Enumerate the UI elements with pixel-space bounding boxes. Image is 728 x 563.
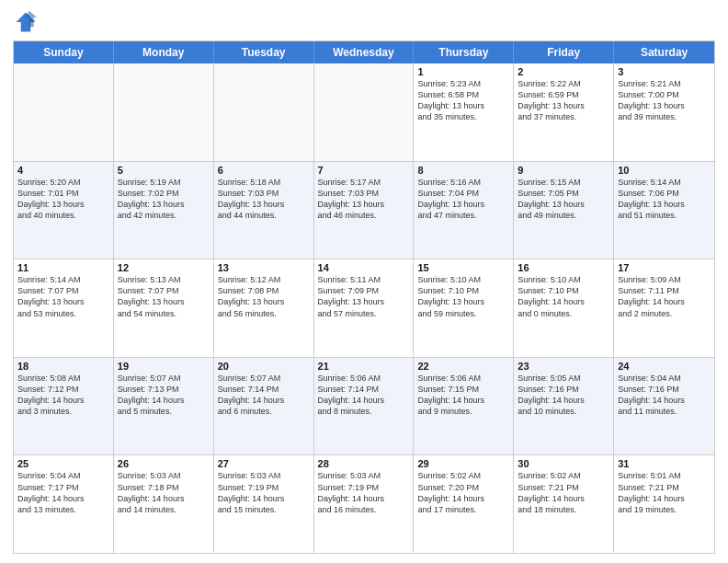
day-cell-13: 13Sunrise: 5:12 AM Sunset: 7:08 PM Dayli… [214, 259, 314, 357]
day-cell-20: 20Sunrise: 5:07 AM Sunset: 7:14 PM Dayli… [214, 358, 314, 455]
day-info: Sunrise: 5:06 AM Sunset: 7:15 PM Dayligh… [417, 373, 509, 418]
header-day-tuesday: Tuesday [214, 41, 314, 63]
day-cell-14: 14Sunrise: 5:11 AM Sunset: 7:09 PM Dayli… [314, 259, 415, 357]
day-number: 14 [318, 262, 410, 273]
day-info: Sunrise: 5:02 AM Sunset: 7:21 PM Dayligh… [518, 470, 609, 515]
day-cell-3: 3Sunrise: 5:21 AM Sunset: 7:00 PM Daylig… [614, 63, 714, 161]
header-day-sunday: Sunday [14, 41, 114, 63]
day-info: Sunrise: 5:02 AM Sunset: 7:20 PM Dayligh… [417, 470, 509, 515]
day-cell-26: 26Sunrise: 5:03 AM Sunset: 7:18 PM Dayli… [114, 455, 214, 553]
day-number: 3 [618, 66, 711, 77]
day-number: 9 [518, 165, 609, 176]
calendar-row-2: 11Sunrise: 5:14 AM Sunset: 7:07 PM Dayli… [14, 259, 714, 358]
day-info: Sunrise: 5:10 AM Sunset: 7:10 PM Dayligh… [417, 274, 509, 319]
day-cell-6: 6Sunrise: 5:18 AM Sunset: 7:03 PM Daylig… [214, 162, 314, 259]
day-cell-31: 31Sunrise: 5:01 AM Sunset: 7:21 PM Dayli… [614, 455, 714, 553]
day-number: 31 [618, 458, 711, 469]
day-info: Sunrise: 5:09 AM Sunset: 7:11 PM Dayligh… [618, 274, 711, 319]
calendar-row-1: 4Sunrise: 5:20 AM Sunset: 7:01 PM Daylig… [14, 162, 714, 260]
header-day-monday: Monday [114, 41, 214, 63]
day-cell-12: 12Sunrise: 5:13 AM Sunset: 7:07 PM Dayli… [114, 259, 214, 357]
day-cell-30: 30Sunrise: 5:02 AM Sunset: 7:21 PM Dayli… [514, 455, 614, 553]
header-day-thursday: Thursday [414, 41, 514, 63]
day-number: 11 [17, 262, 109, 273]
day-number: 22 [417, 361, 509, 372]
day-cell-9: 9Sunrise: 5:15 AM Sunset: 7:05 PM Daylig… [514, 162, 614, 259]
calendar-row-0: 1Sunrise: 5:23 AM Sunset: 6:58 PM Daylig… [14, 63, 714, 162]
calendar-row-3: 18Sunrise: 5:08 AM Sunset: 7:12 PM Dayli… [14, 358, 714, 456]
day-cell-1: 1Sunrise: 5:23 AM Sunset: 6:58 PM Daylig… [414, 63, 514, 161]
day-cell-4: 4Sunrise: 5:20 AM Sunset: 7:01 PM Daylig… [14, 162, 114, 259]
logo-icon [13, 9, 39, 35]
header [13, 9, 715, 35]
logo [13, 9, 42, 35]
day-cell-22: 22Sunrise: 5:06 AM Sunset: 7:15 PM Dayli… [414, 358, 514, 455]
day-cell-29: 29Sunrise: 5:02 AM Sunset: 7:20 PM Dayli… [414, 455, 514, 553]
day-number: 5 [118, 165, 210, 176]
day-cell-27: 27Sunrise: 5:03 AM Sunset: 7:19 PM Dayli… [214, 455, 314, 553]
day-info: Sunrise: 5:13 AM Sunset: 7:07 PM Dayligh… [118, 274, 210, 319]
day-number: 26 [118, 458, 210, 469]
day-info: Sunrise: 5:07 AM Sunset: 7:13 PM Dayligh… [118, 373, 210, 418]
day-number: 29 [417, 458, 509, 469]
day-number: 25 [17, 458, 109, 469]
day-cell-17: 17Sunrise: 5:09 AM Sunset: 7:11 PM Dayli… [614, 259, 714, 357]
day-number: 1 [417, 66, 509, 77]
day-number: 13 [218, 262, 310, 273]
empty-cell [314, 63, 415, 161]
day-cell-2: 2Sunrise: 5:22 AM Sunset: 6:59 PM Daylig… [514, 63, 614, 161]
calendar-body: 1Sunrise: 5:23 AM Sunset: 6:58 PM Daylig… [14, 63, 714, 553]
day-number: 21 [318, 361, 410, 372]
calendar-header-row: SundayMondayTuesdayWednesdayThursdayFrid… [14, 41, 714, 63]
day-info: Sunrise: 5:03 AM Sunset: 7:18 PM Dayligh… [118, 470, 210, 515]
day-info: Sunrise: 5:12 AM Sunset: 7:08 PM Dayligh… [218, 274, 310, 319]
day-info: Sunrise: 5:10 AM Sunset: 7:10 PM Dayligh… [518, 274, 609, 319]
day-number: 4 [17, 165, 109, 176]
empty-cell [214, 63, 314, 161]
day-info: Sunrise: 5:11 AM Sunset: 7:09 PM Dayligh… [318, 274, 410, 319]
day-info: Sunrise: 5:03 AM Sunset: 7:19 PM Dayligh… [318, 470, 410, 515]
day-info: Sunrise: 5:18 AM Sunset: 7:03 PM Dayligh… [218, 177, 310, 222]
day-cell-24: 24Sunrise: 5:04 AM Sunset: 7:16 PM Dayli… [614, 358, 714, 455]
page: SundayMondayTuesdayWednesdayThursdayFrid… [0, 0, 728, 563]
day-info: Sunrise: 5:04 AM Sunset: 7:17 PM Dayligh… [17, 470, 109, 515]
day-cell-18: 18Sunrise: 5:08 AM Sunset: 7:12 PM Dayli… [14, 358, 114, 455]
day-info: Sunrise: 5:16 AM Sunset: 7:04 PM Dayligh… [417, 177, 509, 222]
day-info: Sunrise: 5:17 AM Sunset: 7:03 PM Dayligh… [318, 177, 410, 222]
day-number: 20 [218, 361, 310, 372]
day-cell-23: 23Sunrise: 5:05 AM Sunset: 7:16 PM Dayli… [514, 358, 614, 455]
day-info: Sunrise: 5:05 AM Sunset: 7:16 PM Dayligh… [518, 373, 609, 418]
day-cell-25: 25Sunrise: 5:04 AM Sunset: 7:17 PM Dayli… [14, 455, 114, 553]
day-cell-15: 15Sunrise: 5:10 AM Sunset: 7:10 PM Dayli… [414, 259, 514, 357]
header-day-saturday: Saturday [614, 41, 714, 63]
header-day-friday: Friday [514, 41, 614, 63]
header-day-wednesday: Wednesday [314, 41, 415, 63]
day-number: 23 [518, 361, 609, 372]
day-number: 17 [618, 262, 711, 273]
day-cell-16: 16Sunrise: 5:10 AM Sunset: 7:10 PM Dayli… [514, 259, 614, 357]
empty-cell [114, 63, 214, 161]
day-number: 6 [218, 165, 310, 176]
day-number: 7 [318, 165, 410, 176]
day-info: Sunrise: 5:19 AM Sunset: 7:02 PM Dayligh… [118, 177, 210, 222]
day-info: Sunrise: 5:14 AM Sunset: 7:07 PM Dayligh… [17, 274, 109, 319]
day-info: Sunrise: 5:14 AM Sunset: 7:06 PM Dayligh… [618, 177, 711, 222]
day-number: 10 [618, 165, 711, 176]
day-info: Sunrise: 5:15 AM Sunset: 7:05 PM Dayligh… [518, 177, 609, 222]
day-number: 18 [17, 361, 109, 372]
day-number: 19 [118, 361, 210, 372]
calendar: SundayMondayTuesdayWednesdayThursdayFrid… [13, 40, 715, 554]
calendar-row-4: 25Sunrise: 5:04 AM Sunset: 7:17 PM Dayli… [14, 455, 714, 553]
day-cell-21: 21Sunrise: 5:06 AM Sunset: 7:14 PM Dayli… [314, 358, 415, 455]
day-info: Sunrise: 5:21 AM Sunset: 7:00 PM Dayligh… [618, 78, 711, 123]
day-cell-7: 7Sunrise: 5:17 AM Sunset: 7:03 PM Daylig… [314, 162, 415, 259]
day-number: 30 [518, 458, 609, 469]
day-info: Sunrise: 5:06 AM Sunset: 7:14 PM Dayligh… [318, 373, 410, 418]
day-number: 8 [417, 165, 509, 176]
day-cell-28: 28Sunrise: 5:03 AM Sunset: 7:19 PM Dayli… [314, 455, 415, 553]
day-cell-11: 11Sunrise: 5:14 AM Sunset: 7:07 PM Dayli… [14, 259, 114, 357]
day-info: Sunrise: 5:07 AM Sunset: 7:14 PM Dayligh… [218, 373, 310, 418]
day-info: Sunrise: 5:23 AM Sunset: 6:58 PM Dayligh… [417, 78, 509, 123]
day-cell-10: 10Sunrise: 5:14 AM Sunset: 7:06 PM Dayli… [614, 162, 714, 259]
day-info: Sunrise: 5:22 AM Sunset: 6:59 PM Dayligh… [518, 78, 609, 123]
